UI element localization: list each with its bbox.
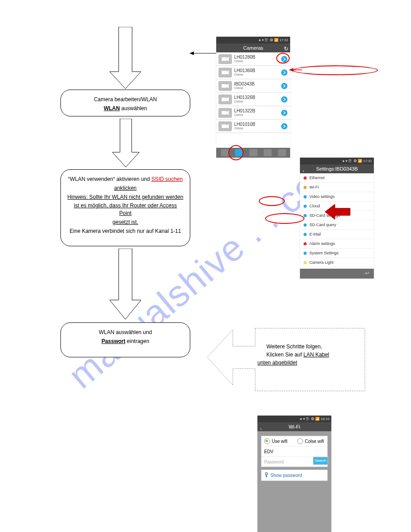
svg-marker-1 [189, 51, 194, 55]
bullet-icon [304, 233, 307, 236]
ssid-value: EDV [264, 449, 274, 454]
camera-row[interactable]: LH01010BOnline [216, 120, 290, 133]
refresh-icon[interactable]: ↻ [284, 44, 288, 53]
chevron-right-icon[interactable] [281, 96, 287, 103]
settings-row[interactable]: Wi-Fi [300, 183, 374, 192]
camera-row[interactable]: LH01326BOnline [216, 93, 290, 106]
red-arrow-search [325, 202, 352, 224]
camera-name: LH01360B [234, 69, 255, 73]
tab-1[interactable] [221, 149, 229, 156]
bullet-icon [304, 261, 307, 264]
camera-icon [218, 121, 232, 131]
time-2: 17:31 [363, 159, 372, 163]
chevron-right-icon[interactable] [281, 69, 287, 76]
s7-l2: anklicken [114, 185, 137, 191]
camera-icon [218, 94, 232, 104]
show-password-label: Show password [270, 473, 302, 478]
camera-name: LH01326B [234, 95, 255, 100]
bullet-icon [304, 205, 307, 208]
settings-row[interactable]: Ethernet [300, 173, 374, 183]
s7-l4: ist es möglich, dass Ihr Router oder Acc… [74, 202, 177, 216]
settings-row[interactable]: Alarm settings [300, 239, 374, 249]
tab-4[interactable] [264, 149, 272, 156]
key-icon [264, 472, 269, 478]
note-l2b: LAN Kabel [304, 352, 329, 358]
return-icon[interactable]: ↩ [365, 270, 369, 276]
bullet-icon [304, 252, 307, 255]
s8-l2: Passwort [102, 338, 125, 344]
camera-status: Online [234, 127, 255, 130]
chevron-right-icon[interactable] [281, 123, 287, 129]
statusbar-3: ● ▾ ☰ ❂ 📶 18:10 [257, 416, 331, 422]
password-label: Password [264, 459, 284, 464]
camera-status: Online [234, 113, 255, 116]
use-wifi-label: Use wifi [272, 439, 287, 444]
radio-close-wifi[interactable] [297, 438, 303, 444]
settings-row[interactable]: Camera Light [300, 258, 374, 267]
bullet-icon [304, 176, 307, 180]
show-password-row[interactable]: Show password [261, 470, 328, 481]
title-wifi: Wi-Fi [289, 424, 300, 429]
camera-row[interactable]: IBD0343BOnline [216, 79, 290, 93]
bullet-icon [304, 242, 307, 245]
camera-row[interactable]: LH01360BOnline [216, 66, 290, 79]
ssid-row[interactable]: EDV [261, 446, 327, 457]
settings-label: E-Mail [309, 232, 321, 236]
settings-row[interactable]: System Settings [300, 249, 374, 258]
title-settings: Settings:IBD0343B [316, 166, 358, 172]
s8-l3: eintragen [125, 338, 149, 344]
wifi-radio-row: Use wifi Colse wifi [261, 436, 327, 446]
bottombar-2: ↩ [300, 269, 374, 279]
bullet-icon [304, 223, 307, 227]
step6-link: WLAN [104, 105, 120, 112]
settings-label: Alarm settings [309, 241, 335, 246]
close-wifi-label: Colse wifi [305, 439, 324, 444]
camera-row[interactable]: LH01322BOnline [216, 106, 290, 120]
titlebar-wifi: ‹ Wi-Fi [257, 422, 331, 431]
tab-3[interactable] [249, 149, 257, 156]
highlight-oval-password [265, 213, 304, 224]
radio-use-wifi[interactable] [264, 438, 270, 444]
svg-marker-18 [325, 204, 350, 219]
highlight-oval-usewifi [259, 196, 285, 206]
search-button[interactable]: Search [313, 457, 328, 465]
settings-label: System Settings [309, 251, 338, 255]
note-text: Weitere Schritte folgen, Klicken Sie auf… [266, 343, 365, 367]
note-l2a: Klicken Sie auf [266, 352, 304, 358]
camera-name: LH01010B [234, 122, 255, 127]
step-box-8: WLAN auswählen und Passwort eintragen [60, 322, 190, 357]
time-3: 18:10 [321, 417, 330, 421]
camera-icon [218, 68, 232, 77]
settings-row[interactable]: E-Mail [300, 230, 374, 239]
camera-name: LH01322B [234, 109, 255, 113]
s8-l1: WLAN auswählen und [99, 329, 152, 335]
highlight-oval-wifi [293, 65, 378, 75]
camera-icon [218, 81, 232, 91]
settings-label: Wi-Fi [309, 185, 319, 189]
chevron-right-icon[interactable] [281, 83, 287, 89]
svg-rect-2 [222, 57, 227, 61]
bottombar [216, 148, 290, 158]
step-box-6: Camera bearbeiten/WLAN WLAN auswählen [60, 90, 190, 116]
tab-5[interactable] [278, 149, 286, 156]
flow-arrow-3 [107, 249, 143, 320]
camera-status: Online [234, 86, 255, 90]
chevron-right-icon[interactable] [281, 110, 287, 116]
back-icon[interactable]: ‹ [303, 166, 304, 175]
title-cameras: Cameras [243, 45, 263, 51]
step-box-7: “WLAN verwenden“ aktivieren und SSID suc… [60, 169, 190, 246]
svg-rect-10 [222, 111, 227, 115]
camera-name: LH01280B [234, 55, 255, 60]
flow-arrow-1 [107, 27, 143, 90]
flow-arrow-2 [110, 119, 141, 168]
bullet-icon [304, 186, 307, 189]
time-1: 17:31 [279, 38, 288, 42]
settings-row[interactable]: Video settings [300, 192, 374, 202]
svg-rect-17 [266, 475, 267, 477]
camera-icon [218, 54, 232, 64]
camera-status: Online [234, 73, 255, 76]
camera-status: Online [234, 100, 255, 103]
highlight-circle-arrow [276, 53, 290, 64]
camera-list: LH01280BOnlineLH01360BOnlineIBD0343BOnli… [216, 52, 290, 133]
statusbar-2: ● ▾ ☰ ❂ 📶 17:31 [300, 158, 374, 164]
